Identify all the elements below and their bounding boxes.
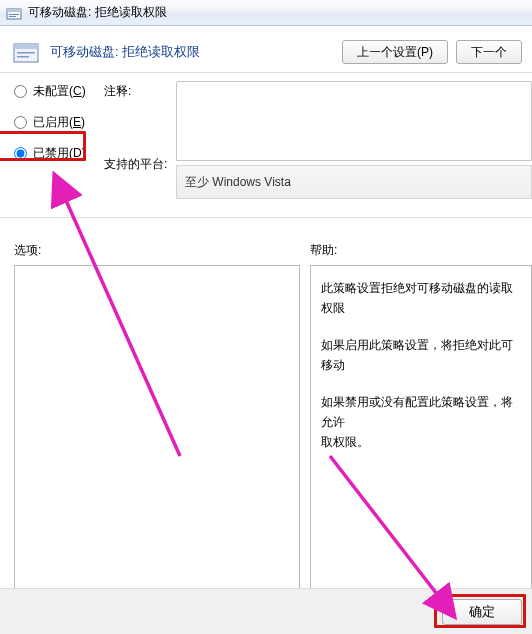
radio-enabled-label: 已启用(E) bbox=[33, 114, 85, 131]
window-title: 可移动磁盘: 拒绝读取权限 bbox=[28, 4, 167, 21]
svg-rect-3 bbox=[9, 16, 16, 17]
radio-not-configured-label: 未配置(C) bbox=[33, 83, 86, 100]
platform-box: 至少 Windows Vista bbox=[176, 165, 532, 199]
comment-label: 注释: bbox=[104, 83, 176, 100]
radio-not-configured[interactable]: 未配置(C) bbox=[14, 83, 104, 100]
options-label: 选项: bbox=[14, 242, 310, 259]
radio-enabled-input[interactable] bbox=[14, 116, 27, 129]
help-text-4: 取权限。 bbox=[321, 435, 369, 449]
lower-panes: 此策略设置拒绝对可移动磁盘的读取权限 如果启用此策略设置，将拒绝对此可移动 如果… bbox=[0, 265, 532, 595]
field-col: 至少 Windows Vista bbox=[176, 79, 532, 199]
comment-input[interactable] bbox=[176, 81, 532, 161]
header-row: 可移动磁盘: 拒绝读取权限 上一个设置(P) 下一个 bbox=[0, 26, 532, 72]
options-pane bbox=[14, 265, 300, 595]
radio-not-configured-input[interactable] bbox=[14, 85, 27, 98]
content-area: 可移动磁盘: 拒绝读取权限 上一个设置(P) 下一个 未配置(C) 已启用(E)… bbox=[0, 26, 532, 634]
svg-rect-2 bbox=[9, 14, 19, 15]
help-label: 帮助: bbox=[310, 242, 337, 259]
svg-rect-7 bbox=[17, 56, 29, 58]
top-section: 未配置(C) 已启用(E) 已禁用(D) 注释: 支持的平台: 至少 Windo… bbox=[0, 73, 532, 199]
registry-icon bbox=[12, 38, 40, 66]
radio-enabled[interactable]: 已启用(E) bbox=[14, 114, 104, 131]
svg-rect-5 bbox=[14, 44, 38, 49]
radio-disabled[interactable]: 已禁用(D) bbox=[14, 145, 104, 162]
policy-icon bbox=[6, 5, 22, 21]
help-text-1: 此策略设置拒绝对可移动磁盘的读取权限 bbox=[321, 278, 521, 319]
ok-button[interactable]: 确定 bbox=[442, 599, 522, 625]
help-pane: 此策略设置拒绝对可移动磁盘的读取权限 如果启用此策略设置，将拒绝对此可移动 如果… bbox=[310, 265, 532, 595]
header-title: 可移动磁盘: 拒绝读取权限 bbox=[50, 43, 332, 61]
help-text-3: 如果禁用或没有配置此策略设置，将允许 bbox=[321, 395, 513, 429]
help-text-2: 如果启用此策略设置，将拒绝对此可移动 bbox=[321, 335, 521, 376]
radio-group: 未配置(C) 已启用(E) 已禁用(D) bbox=[14, 79, 104, 162]
bottom-bar: 确定 bbox=[0, 588, 532, 634]
platform-label: 支持的平台: bbox=[104, 156, 176, 173]
section-labels: 选项: 帮助: bbox=[0, 218, 532, 265]
next-setting-button[interactable]: 下一个 bbox=[456, 40, 522, 64]
radio-disabled-label: 已禁用(D) bbox=[33, 145, 86, 162]
title-bar: 可移动磁盘: 拒绝读取权限 bbox=[0, 0, 532, 26]
svg-rect-6 bbox=[17, 52, 35, 54]
mid-labels: 注释: 支持的平台: bbox=[104, 79, 176, 173]
radio-disabled-input[interactable] bbox=[14, 147, 27, 160]
previous-setting-button[interactable]: 上一个设置(P) bbox=[342, 40, 448, 64]
svg-rect-1 bbox=[7, 9, 21, 12]
